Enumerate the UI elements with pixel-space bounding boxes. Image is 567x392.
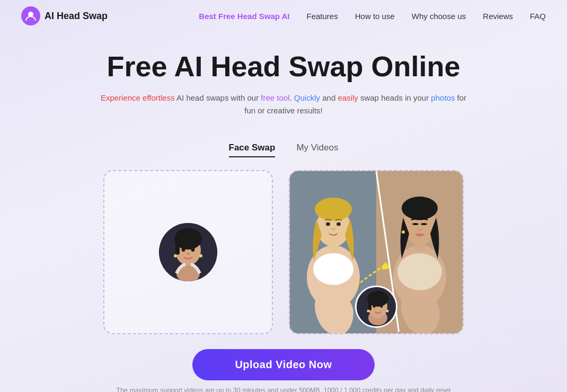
svg-point-13 xyxy=(313,253,353,285)
nav-features[interactable]: Features xyxy=(307,12,338,21)
tab-my-videos[interactable]: My Videos xyxy=(296,142,338,157)
svg-point-17 xyxy=(326,222,330,226)
logo-icon xyxy=(21,6,40,25)
tabs-container: Face Swap My Videos xyxy=(0,142,567,157)
content-row xyxy=(0,170,567,334)
demo-panel xyxy=(289,170,464,334)
svg-point-8 xyxy=(187,253,190,255)
svg-rect-5 xyxy=(175,239,180,255)
svg-point-9 xyxy=(174,254,177,257)
logo-text: AI Head Swap xyxy=(45,11,108,22)
svg-point-23 xyxy=(397,253,442,290)
svg-point-6 xyxy=(182,247,185,252)
nav-how-to-use[interactable]: How to use xyxy=(355,12,395,21)
svg-rect-37 xyxy=(368,299,371,310)
upload-button-area: Upload Video Now xyxy=(0,349,567,380)
svg-point-7 xyxy=(191,247,195,252)
svg-point-10 xyxy=(199,254,202,257)
nav-links: Best Free Head Swap AI Features How to u… xyxy=(199,12,546,21)
nav-faq[interactable]: FAQ xyxy=(530,12,546,21)
hero-title: Free AI Head Swap Online xyxy=(21,51,546,82)
upload-video-button[interactable]: Upload Video Now xyxy=(192,349,374,380)
nav-best-free[interactable]: Best Free Head Swap AI xyxy=(199,12,289,21)
logo-area[interactable]: AI Head Swap xyxy=(21,6,108,25)
demo-split xyxy=(290,171,463,333)
svg-point-28 xyxy=(402,230,405,234)
svg-point-38 xyxy=(373,305,376,308)
svg-point-39 xyxy=(380,305,383,308)
footer-note: The maximum support videos are up to 30 … xyxy=(0,387,567,392)
small-face-overlay xyxy=(355,286,397,328)
hero-section: Free AI Head Swap Online Experience effo… xyxy=(0,32,567,142)
nav-why-choose-us[interactable]: Why choose us xyxy=(412,12,466,21)
svg-point-18 xyxy=(336,222,341,226)
upload-panel[interactable] xyxy=(103,170,273,334)
navbar: AI Head Swap Best Free Head Swap AI Feat… xyxy=(0,0,567,32)
svg-point-41 xyxy=(386,310,389,313)
svg-point-27 xyxy=(415,233,424,236)
svg-line-31 xyxy=(356,264,385,286)
hero-subtitle: Experience effortless AI head swaps with… xyxy=(98,92,469,117)
nav-reviews[interactable]: Reviews xyxy=(483,12,513,21)
face-circle xyxy=(159,223,217,281)
tab-face-swap[interactable]: Face Swap xyxy=(229,142,276,157)
svg-point-40 xyxy=(367,310,370,313)
svg-point-16 xyxy=(315,198,352,221)
svg-point-26 xyxy=(402,197,438,220)
